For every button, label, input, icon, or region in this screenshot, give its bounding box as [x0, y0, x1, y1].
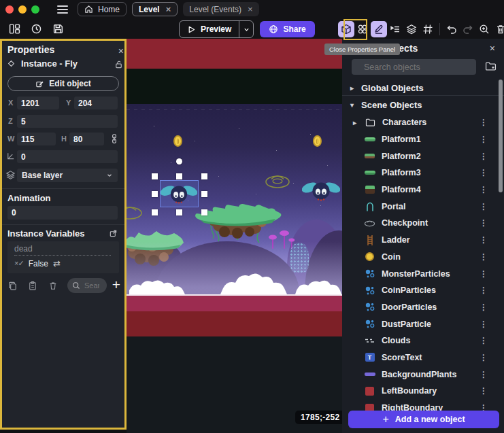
row-menu-icon[interactable]: ⋮ — [480, 235, 488, 245]
share-button[interactable]: Share — [260, 21, 314, 37]
delete-icon[interactable] — [492, 21, 504, 37]
row-menu-icon[interactable]: ⋮ — [480, 370, 488, 379]
x-field[interactable] — [17, 97, 59, 109]
object-row-platform1[interactable]: Platform1 ⋮ — [342, 131, 499, 148]
close-properties-icon[interactable]: × — [118, 46, 124, 56]
paste-variable-icon[interactable] — [27, 279, 39, 292]
row-menu-icon[interactable]: ⋮ — [480, 353, 488, 362]
angle-field[interactable] — [17, 150, 118, 163]
row-menu-icon[interactable]: ⋮ — [480, 386, 488, 396]
layer-select[interactable]: Base layer — [17, 169, 118, 182]
objects-search[interactable] — [352, 59, 476, 75]
chevron-down-icon[interactable]: ▾ — [350, 101, 356, 109]
rotation-handle[interactable] — [176, 158, 182, 164]
object-row-platform2[interactable]: Platform2 ⋮ — [342, 148, 499, 164]
preview-options-dropdown[interactable] — [239, 21, 253, 37]
resize-handle[interactable] — [152, 191, 158, 197]
add-variable-button[interactable]: + — [112, 277, 120, 293]
animation-field[interactable] — [7, 206, 118, 220]
section-scene-objects[interactable]: ▾ Scene Objects — [342, 97, 499, 112]
preview-button[interactable]: Preview — [179, 20, 254, 38]
section-global-objects[interactable]: ▸ Global Objects — [342, 80, 499, 95]
add-folder-icon[interactable] — [485, 60, 497, 72]
width-field[interactable] — [17, 133, 56, 145]
object-row-checkpoint[interactable]: Checkpoint ⋮ — [342, 215, 499, 232]
close-objects-icon[interactable]: × — [490, 43, 495, 54]
resize-handle[interactable] — [176, 173, 182, 179]
layers-icon[interactable] — [403, 21, 420, 37]
close-tab-icon[interactable]: × — [166, 5, 171, 14]
tab-home[interactable]: Home — [78, 2, 127, 16]
variable-card[interactable]: dead ×✓ False ⇄ — [7, 241, 119, 273]
resize-handle[interactable] — [152, 173, 158, 179]
object-row-coinparticles[interactable]: CoinParticles ⋮ — [342, 282, 499, 299]
object-row-platform3[interactable]: Platform3 ⋮ — [342, 164, 499, 181]
object-row-backgroundplants[interactable]: BackgroundPlants ⋮ — [342, 366, 499, 383]
coin-instance[interactable] — [313, 135, 322, 147]
minimize-window-button[interactable] — [18, 5, 27, 14]
row-menu-icon[interactable]: ⋮ — [480, 202, 488, 211]
checkpoint-instance[interactable] — [127, 204, 143, 220]
object-row-ladder[interactable]: Ladder ⋮ — [342, 232, 499, 249]
object-row-coin[interactable]: Coin ⋮ — [342, 249, 499, 266]
resize-handle[interactable] — [201, 173, 207, 179]
row-menu-icon[interactable]: ⋮ — [480, 135, 488, 144]
object-row-clouds[interactable]: Clouds ⋮ — [342, 332, 499, 349]
unlock-icon[interactable] — [114, 60, 123, 69]
row-menu-icon[interactable]: ⋮ — [480, 118, 488, 127]
object-row-doorparticles[interactable]: DoorParticles ⋮ — [342, 299, 499, 316]
lock-ratio-link-icon[interactable] — [110, 133, 119, 144]
copy-variable-icon[interactable] — [6, 279, 18, 292]
grid-icon[interactable] — [420, 21, 436, 37]
chevron-right-icon[interactable]: ▸ — [350, 84, 356, 92]
zoom-window-button[interactable] — [31, 5, 39, 14]
row-menu-icon[interactable]: ⋮ — [480, 185, 488, 194]
resize-handle[interactable] — [201, 209, 207, 215]
redo-icon[interactable] — [460, 21, 476, 37]
resize-handle[interactable] — [176, 209, 182, 215]
y-field[interactable] — [74, 97, 118, 109]
checkpoint-instance[interactable] — [265, 173, 290, 189]
variable-value[interactable]: False — [29, 259, 48, 269]
object-row-leftboundary[interactable]: LeftBoundary ⋮ — [342, 383, 499, 400]
main-menu-icon[interactable] — [57, 5, 68, 14]
open-variables-editor-icon[interactable] — [109, 229, 118, 238]
selected-fly-instance[interactable] — [161, 182, 197, 206]
chevron-right-icon[interactable]: ▸ — [353, 119, 358, 126]
undo-icon[interactable] — [443, 21, 460, 37]
toggle-3d-view-icon[interactable] — [338, 21, 354, 37]
edit-object-button[interactable]: Edit object — [7, 76, 119, 91]
row-menu-icon[interactable]: ⋮ — [480, 285, 488, 295]
object-row-characters[interactable]: ▸ Characters ⋮ — [342, 114, 499, 131]
objects-scrollbar[interactable] — [499, 80, 503, 192]
variables-search-input[interactable] — [83, 281, 101, 290]
save-icon[interactable] — [50, 21, 65, 36]
edit-scene-pencil-icon[interactable] — [371, 21, 387, 37]
tab-level[interactable]: Level × — [132, 2, 178, 16]
zoom-in-icon[interactable] — [476, 21, 492, 37]
instances-list-icon[interactable] — [387, 21, 403, 37]
object-row-scoretext[interactable]: T ScoreText ⋮ — [342, 349, 499, 366]
close-tab-icon[interactable]: × — [248, 5, 253, 14]
object-groups-icon[interactable] — [354, 21, 371, 37]
object-row-portal[interactable]: Portal ⋮ — [342, 198, 499, 215]
object-row-platform4[interactable]: Platform4 ⋮ — [342, 181, 499, 198]
toggle-panels-icon[interactable] — [7, 21, 22, 36]
row-menu-icon[interactable]: ⋮ — [480, 168, 488, 177]
resize-handle[interactable] — [152, 209, 158, 215]
row-menu-icon[interactable]: ⋮ — [480, 252, 488, 262]
height-field[interactable] — [69, 133, 104, 145]
close-window-button[interactable] — [5, 5, 14, 14]
row-menu-icon[interactable]: ⋮ — [480, 218, 488, 228]
row-menu-icon[interactable]: ⋮ — [480, 302, 488, 312]
row-menu-icon[interactable]: ⋮ — [480, 269, 488, 279]
scene-canvas[interactable]: 1785;-252 — [127, 39, 342, 433]
add-new-object-button[interactable]: + Add a new object — [348, 411, 499, 428]
delete-variable-icon[interactable] — [47, 279, 59, 292]
variable-name[interactable]: dead — [14, 244, 111, 256]
object-row-monsterparticles[interactable]: MonsterParticles ⋮ — [342, 265, 499, 282]
fly-instance[interactable] — [302, 179, 340, 203]
object-row-dustparticle[interactable]: DustParticle ⋮ — [342, 315, 499, 332]
z-field[interactable] — [17, 115, 118, 128]
resize-handle[interactable] — [201, 191, 207, 197]
